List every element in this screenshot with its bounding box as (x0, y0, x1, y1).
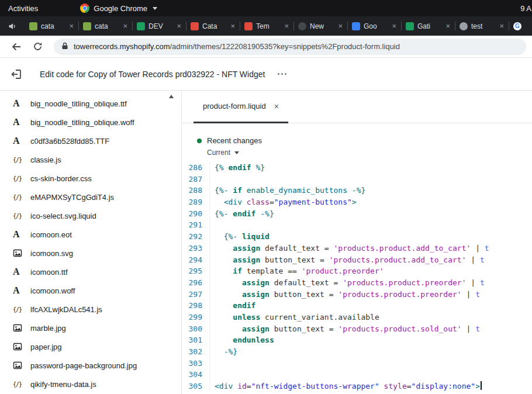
code-line: assign button_text = 'products.product.p… (215, 289, 532, 300)
line-number: 299 (182, 312, 202, 323)
code-gutter: 2862872882892902912922932942952962972982… (182, 162, 210, 392)
line-number: 293 (182, 243, 202, 254)
file-item[interactable]: {/}ico-select.svg.liquid (0, 206, 181, 225)
line-number: 300 (182, 323, 202, 335)
file-name: icomoon.woff (30, 286, 75, 295)
file-item[interactable]: paper.jpg (0, 337, 181, 356)
tab-close-icon[interactable]: × (284, 22, 289, 30)
code-line: assign button_text = 'products.product.s… (215, 323, 532, 335)
version-block: Recent changes Current (182, 123, 532, 162)
browser-tabs: cata×cata×DEV×Cata×Tem×New×Goo×Gati×test… (25, 16, 532, 36)
browser-tab[interactable]: Gati× (401, 16, 455, 36)
address-bar[interactable]: towerrecords.myshopify.com/admin/themes/… (54, 39, 526, 55)
tab-close-icon[interactable]: × (69, 22, 74, 30)
tab-title: Goo (364, 22, 388, 30)
code-line: if template == 'product.preorder' (215, 265, 532, 277)
browser-tab[interactable]: DEV× (132, 16, 186, 36)
back-button[interactable] (8, 38, 25, 56)
file-tab-label: product-form.liquid (203, 102, 266, 110)
image-file-icon (13, 248, 30, 258)
file-item[interactable]: {/}eMAPMXSyTCgGdiT4.js (0, 188, 181, 206)
file-item[interactable]: Aicomoon.eot (0, 225, 181, 244)
exit-code-editor-button[interactable] (11, 68, 22, 80)
code-line (215, 358, 532, 369)
reload-button[interactable] (29, 38, 46, 56)
tab-close-icon[interactable]: × (445, 22, 450, 30)
file-item[interactable]: Ac0df3a6b528fdd85.TTF (0, 132, 181, 150)
line-number: 297 (182, 289, 202, 300)
code-editor[interactable]: 2862872882892902912922932942952962972982… (182, 162, 532, 392)
font-file-icon: A (13, 229, 30, 240)
screen: Activities Google Chrome 9 A cata×cata×D… (0, 0, 532, 394)
tab-title: cata (41, 22, 65, 30)
browser-tab[interactable]: Goo× (347, 16, 401, 36)
browser-tab[interactable]: G (509, 16, 532, 36)
code-file-icon: {/} (13, 381, 30, 388)
tab-close-icon[interactable]: × (499, 22, 504, 30)
code-line: <div id="nft-widget-buttons-wrapper" sty… (215, 381, 532, 392)
file-item[interactable]: Aicomoon.woff (0, 281, 181, 300)
browser-tab[interactable]: Tem× (240, 16, 293, 36)
file-item[interactable]: Aicomoon.ttf (0, 262, 181, 281)
tab-close-icon[interactable]: × (123, 22, 127, 30)
tab-title: Tem (256, 22, 281, 30)
line-number: 296 (182, 277, 202, 289)
line-number: 304 (182, 369, 202, 381)
file-tab-product-form[interactable]: product-form.liquid × (194, 91, 288, 123)
url-path: /admin/themes/122208190535?key=snippets%… (170, 42, 400, 51)
tab-close-icon[interactable]: × (177, 22, 181, 30)
file-tab-close-icon[interactable]: × (274, 102, 279, 111)
file-item[interactable]: {/}qikify-tmenu-data.js (0, 375, 181, 393)
line-number: 303 (182, 358, 202, 369)
code-line: <div class="payment-buttons"> (215, 196, 532, 208)
file-name: cs-skin-border.css (30, 174, 92, 183)
browser-tab[interactable]: New× (293, 16, 347, 36)
file-item[interactable]: {/}lfcAXLwjkDALc541.js (0, 300, 181, 319)
line-number: 290 (182, 208, 202, 220)
line-number: 286 (182, 162, 202, 174)
browser-tab[interactable]: test× (455, 16, 509, 36)
active-app-menu[interactable]: Google Chrome (80, 4, 157, 13)
browser-tab[interactable]: Cata× (186, 16, 240, 36)
file-item[interactable]: {/}classie.js (0, 150, 181, 169)
file-name: qikify-tmenu-data.js (30, 380, 96, 389)
file-item[interactable]: icomoon.svg (0, 244, 181, 262)
browser-tab[interactable]: cata× (78, 16, 132, 36)
code-file-icon: {/} (13, 213, 30, 219)
tab-close-icon[interactable]: × (230, 22, 235, 30)
file-name: paper.jpg (30, 343, 62, 351)
file-item[interactable]: {/}cs-skin-border.css (0, 169, 181, 188)
browser-tab[interactable]: cata× (25, 16, 78, 36)
file-item[interactable]: marble.jpg (0, 319, 181, 337)
tab-close-icon[interactable]: × (338, 22, 343, 30)
scroll-up-icon[interactable] (169, 95, 174, 98)
file-item[interactable]: password-page-background.jpg (0, 356, 181, 375)
file-item[interactable]: Abig_noodle_titling_oblique.woff (0, 113, 181, 132)
code-line: assign default_text = 'products.product.… (215, 243, 532, 254)
activities-button[interactable]: Activities (0, 0, 46, 16)
more-menu-button[interactable] (274, 70, 290, 78)
code-line: {%- endif -%} (215, 208, 532, 220)
spreadsheet-favicon-icon (406, 22, 414, 30)
lock-icon (61, 42, 68, 52)
file-name: icomoon.ttf (30, 268, 68, 277)
tab-title: DEV (148, 22, 173, 30)
image-file-icon (13, 342, 30, 351)
chevron-down-icon (234, 151, 239, 154)
line-number: 288 (182, 185, 202, 196)
browser-tab-strip: cata×cata×DEV×Cata×Tem×New×Goo×Gati×test… (0, 16, 532, 36)
drive-favicon-icon (352, 22, 360, 30)
file-name: classie.js (30, 155, 61, 164)
tab-close-icon[interactable]: × (392, 22, 396, 30)
tab-title: Cata (202, 22, 227, 30)
code-lines: {% endif %}{%- if enable_dynamic_buttons… (210, 162, 532, 392)
line-number: 298 (182, 300, 202, 312)
code-line (215, 369, 532, 381)
version-dropdown[interactable]: Current (207, 148, 239, 157)
code-line: assign default_text = 'products.product.… (215, 277, 532, 289)
line-number: 289 (182, 196, 202, 208)
file-item[interactable]: Abig_noodle_titling_oblique.ttf (0, 94, 181, 113)
editor-tab-row: product-form.liquid × (182, 91, 532, 123)
version-dropdown-label: Current (207, 148, 230, 157)
file-name: icomoon.eot (30, 230, 72, 239)
